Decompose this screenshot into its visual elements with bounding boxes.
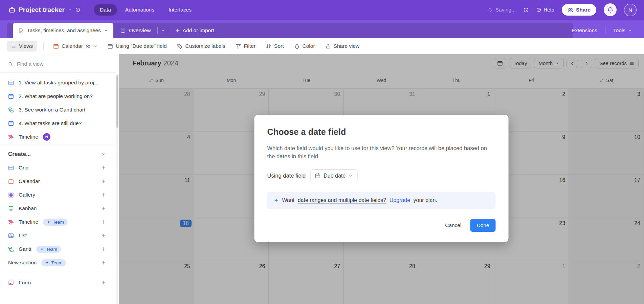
dialog-actions: Cancel Done [267, 219, 496, 232]
chevron-down-icon [349, 174, 353, 178]
gantt-icon [8, 246, 14, 252]
create-view-item[interactable]: Gallery [0, 188, 116, 202]
customize-labels-button[interactable]: Customize labels [174, 41, 229, 51]
tools-button[interactable]: Tools [610, 25, 635, 36]
plus-icon[interactable] [101, 165, 106, 170]
tab-data[interactable]: Data [94, 4, 117, 16]
info-icon[interactable] [75, 7, 80, 12]
plus-icon[interactable] [101, 247, 106, 251]
upgrade-link[interactable]: Upgrade [390, 197, 410, 203]
notifications-button[interactable] [604, 3, 617, 16]
divider [605, 27, 605, 34]
share-button[interactable]: Share [562, 4, 596, 16]
view-list: 1. View all tasks grouped by proj...2. W… [0, 73, 116, 145]
sparkle-icon [47, 220, 51, 224]
calendar-icon [53, 43, 59, 49]
spinner-icon [488, 7, 493, 12]
tab-automations[interactable]: Automations [119, 4, 160, 16]
grid-icon [8, 80, 14, 86]
sidebar-view-item[interactable]: 3. See work on a Gantt chart [0, 103, 116, 117]
app-brand[interactable]: Project tracker [9, 6, 80, 14]
create-view-item[interactable]: List [0, 229, 116, 242]
sidebar-view-item[interactable]: 4. What tasks are still due? [0, 117, 116, 130]
done-button[interactable]: Done [470, 219, 495, 232]
color-button[interactable]: Color [291, 41, 318, 51]
table-tab-active[interactable]: Tasks, timelines, and assignees [13, 23, 113, 38]
plus-icon[interactable] [101, 206, 106, 211]
create-item-label: Grid [19, 165, 28, 171]
color-label: Color [303, 43, 315, 49]
create-view-item[interactable]: Grid [0, 161, 116, 175]
choose-date-field-dialog: Choose a date field Which date field wou… [254, 115, 509, 242]
divider [43, 42, 44, 50]
create-item-label: New section [8, 260, 37, 266]
help-button[interactable]: Help [536, 7, 554, 13]
create-item-label: Gallery [19, 192, 35, 198]
bell-icon [607, 7, 614, 13]
create-view-item[interactable]: New sectionTeam [0, 256, 116, 269]
gallery-icon [8, 192, 14, 198]
filter-icon [236, 43, 241, 49]
avatar[interactable]: N [624, 4, 637, 16]
create-view-item[interactable]: Calendar [0, 175, 116, 188]
team-badge: Team [43, 219, 68, 226]
create-view-item[interactable]: Form [0, 276, 116, 289]
notice-intro: Want [282, 197, 295, 203]
plus-icon[interactable] [101, 233, 106, 238]
tab-interfaces[interactable]: Interfaces [162, 4, 198, 16]
create-view-item[interactable]: TimelineTeam [0, 215, 116, 229]
sidebar-scrollbar[interactable] [116, 54, 119, 304]
create-view-item[interactable]: GanttTeam [0, 242, 116, 256]
create-item-label: Kanban [19, 205, 37, 211]
sparkle-icon [40, 247, 44, 251]
create-section-header[interactable]: Create... [0, 145, 116, 160]
create-item-label: List [19, 232, 27, 239]
plus-icon[interactable] [101, 192, 106, 197]
search-input[interactable] [17, 61, 109, 67]
sidebar-view-item[interactable]: 2. What are people working on? [0, 89, 116, 103]
help-label: Help [543, 7, 554, 13]
sort-button[interactable]: Sort [262, 41, 287, 51]
add-or-import-button[interactable]: Add or import [171, 27, 218, 34]
tab-strip: Tasks, timelines, and assignees Overview… [7, 23, 573, 38]
filter-button[interactable]: Filter [232, 41, 259, 51]
create-item-label: Timeline [19, 219, 38, 225]
help-icon [536, 7, 541, 12]
plus-icon[interactable] [101, 179, 106, 184]
chevron-down-icon [628, 28, 632, 33]
tools-label: Tools [613, 27, 625, 34]
date-field-select[interactable]: Due date [310, 169, 357, 182]
document-pencil-icon [18, 28, 24, 34]
scrollbar-thumb[interactable] [116, 75, 118, 128]
view-label: 2. What are people working on? [19, 93, 93, 99]
timeline-icon [8, 219, 14, 225]
view-name-button[interactable]: Calendar [50, 41, 101, 51]
plus-icon[interactable] [101, 220, 106, 224]
extensions-button[interactable]: Extensions [568, 25, 601, 36]
views-sidebar: 1. View all tasks grouped by proj...2. W… [0, 54, 116, 304]
create-view-item[interactable]: Kanban [0, 202, 116, 215]
filter-label: Filter [244, 43, 256, 49]
chevron-down-icon[interactable] [104, 28, 108, 33]
date-field-setting-button[interactable]: Using "Due date" field [104, 41, 170, 51]
plus-icon [175, 28, 180, 33]
add-or-import-label: Add or import [183, 27, 214, 34]
plus-icon[interactable] [101, 260, 106, 265]
share-view-button[interactable]: Share view [322, 41, 363, 51]
chevron-down-icon [93, 44, 97, 48]
notice-suffix: your plan. [414, 197, 437, 203]
chevron-down-icon[interactable] [161, 28, 165, 33]
cancel-button[interactable]: Cancel [440, 219, 467, 231]
tab-overview[interactable]: Overview [113, 27, 154, 34]
views-button[interactable]: Views [7, 41, 37, 52]
chevron-down-icon[interactable] [68, 8, 72, 12]
using-date-field-label: Using date field [267, 173, 306, 179]
chevron-down-icon[interactable] [101, 152, 106, 157]
find-view-search[interactable] [0, 54, 116, 72]
customize-labels-label: Customize labels [185, 43, 225, 49]
history-icon[interactable] [523, 7, 529, 13]
plus-icon[interactable] [101, 280, 106, 285]
sidebar-view-item[interactable]: 1. View all tasks grouped by proj... [0, 76, 116, 89]
sidebar-view-item[interactable]: TimelineN [0, 130, 116, 144]
app-title: Project tracker [19, 6, 65, 14]
